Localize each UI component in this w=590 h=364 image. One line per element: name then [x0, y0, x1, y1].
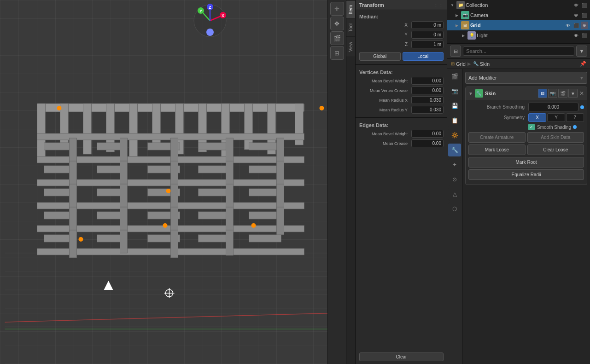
- symmetry-label: Symmetry: [468, 115, 528, 120]
- mean-radius-y-row: Mean Radius Y 0.030: [356, 105, 447, 115]
- light-restrict-icon[interactable]: ⬛: [581, 32, 588, 39]
- modifier-panel: Add Modifier ▼ ▼ 🔧 Skin 🖥 📷 🎬: [462, 69, 590, 364]
- equalize-radii-btn[interactable]: Equalize Radii: [468, 169, 584, 180]
- props-dropdown-btn[interactable]: ▼: [576, 46, 587, 57]
- grid-restrict-icon[interactable]: ⬛: [572, 22, 580, 29]
- mod-realtime-btn[interactable]: 🖥: [538, 89, 547, 98]
- tab-view[interactable]: View: [346, 37, 355, 57]
- mod-close-btn[interactable]: ✕: [579, 90, 584, 97]
- tab-tool[interactable]: Tool: [346, 18, 355, 36]
- camera-tool-btn[interactable]: 🎬: [330, 31, 344, 45]
- add-skin-data-btn[interactable]: Add Skin Data: [527, 132, 584, 143]
- grid-extra-icon[interactable]: ⊕: [581, 22, 588, 29]
- breadcrumb-sep: ▶: [467, 61, 471, 66]
- y-value[interactable]: 0 m: [411, 31, 444, 39]
- y-label: Y: [359, 32, 409, 37]
- cursor-tool-btn[interactable]: ✛: [330, 2, 344, 16]
- create-armature-btn[interactable]: Create Armature: [468, 132, 526, 143]
- props-toggle-btn[interactable]: ⊟: [450, 46, 461, 57]
- mean-bevel-weight2-label: Mean Bevel Weight: [359, 132, 409, 136]
- grid-visibility: 👁 ⬛ ⊕: [564, 22, 588, 29]
- eye-icon[interactable]: 👁: [572, 1, 580, 9]
- camera-eye-icon[interactable]: 👁: [572, 12, 580, 19]
- median-label: Median:: [356, 12, 447, 20]
- outliner-row-collection[interactable]: ▼ 📁 Collection 👁 ⬛: [447, 0, 590, 10]
- view-layer-btn[interactable]: 📋: [448, 114, 461, 127]
- x-value[interactable]: 0 m: [411, 21, 444, 29]
- mean-radius-y-value[interactable]: 0.030: [411, 106, 444, 114]
- add-modifier-btn[interactable]: Add Modifier ▼: [465, 72, 587, 84]
- modifier-btn[interactable]: 🔧: [448, 144, 461, 156]
- props-pin-btn[interactable]: 📌: [580, 61, 586, 67]
- scene2-btn[interactable]: 🔆: [448, 129, 461, 142]
- x-label: X: [359, 23, 409, 28]
- props-search-input[interactable]: [463, 46, 574, 56]
- add-modifier-label: Add Modifier: [468, 75, 497, 81]
- mod-expand-arrow[interactable]: ▼: [468, 91, 473, 96]
- z-value[interactable]: 1 m: [411, 40, 444, 48]
- branch-smoothing-value[interactable]: 0.000: [528, 103, 578, 111]
- light-expand[interactable]: ▶: [460, 32, 467, 39]
- outliner-row-light[interactable]: ▶ 💡 Light 👁 ⬛: [447, 30, 590, 40]
- move-tool-btn[interactable]: ✥: [330, 17, 344, 30]
- mean-crease-label: Mean Crease: [359, 141, 409, 146]
- mean-bevel-weight2-value[interactable]: 0.00: [411, 130, 444, 138]
- outliner-row-grid[interactable]: ▶ ⊞ Grid 👁 ⬛ ⊕: [447, 20, 590, 30]
- z-row: Z 1 m: [356, 40, 447, 49]
- outliner-row-camera[interactable]: ▶ 📷 Camera 👁 ⬛: [447, 10, 590, 20]
- y-row: Y 0 m: [356, 30, 447, 40]
- mod-down-btn[interactable]: ▼: [568, 89, 578, 98]
- breadcrumb-grid[interactable]: ⊞ Grid: [451, 61, 466, 67]
- object-data-btn[interactable]: △: [448, 188, 461, 201]
- smooth-dot: [573, 125, 577, 129]
- camera-expand[interactable]: ▶: [454, 12, 460, 18]
- branch-smoothing-row: Branch Smoothing 0.000: [468, 103, 584, 111]
- output-btn[interactable]: 💾: [448, 99, 461, 112]
- mod-camera-btn[interactable]: 🎬: [558, 89, 567, 98]
- global-btn[interactable]: Global: [359, 52, 401, 61]
- mean-vertex-crease-row: Mean Vertex Crease 0.00: [356, 86, 447, 95]
- mean-vertex-crease-value[interactable]: 0.00: [411, 87, 444, 94]
- sym-y-btn[interactable]: Y: [547, 113, 565, 122]
- mean-bevel-weight2-row: Mean Bevel Weight 0.00: [356, 129, 447, 139]
- grid-eye-icon[interactable]: 👁: [564, 22, 572, 29]
- material-btn[interactable]: ⬡: [448, 202, 461, 215]
- mean-radius-x-value[interactable]: 0.030: [411, 96, 444, 104]
- mean-vertex-crease-label: Mean Vertex Crease: [359, 88, 409, 93]
- clear-button[interactable]: Clear: [359, 352, 444, 361]
- restrict-icon[interactable]: ⬛: [581, 1, 588, 9]
- grid-expand[interactable]: ▶: [454, 22, 460, 29]
- mark-loose-btn[interactable]: Mark Loose: [468, 144, 526, 155]
- collection-name: Collection: [466, 2, 572, 8]
- skin-modifier: ▼ 🔧 Skin 🖥 📷 🎬 ▼ ✕: [465, 87, 587, 185]
- viewport-3d[interactable]: X Y Z ✛ ✥ 🎬 ⊞: [0, 0, 346, 364]
- mod-render-btn[interactable]: 📷: [548, 89, 557, 98]
- tab-item[interactable]: Item: [346, 0, 355, 18]
- collection-expand[interactable]: ▼: [449, 2, 456, 8]
- sym-z-btn[interactable]: Z: [566, 113, 584, 122]
- x-row: X 0 m: [356, 20, 447, 30]
- mod-skin-name: Skin: [485, 91, 536, 96]
- branch-smoothing-label: Branch Smoothing: [468, 104, 528, 110]
- coordinate-gizmo[interactable]: X Y Z: [192, 2, 228, 39]
- sym-x-btn[interactable]: X: [528, 113, 546, 122]
- scene-btn[interactable]: 🎬: [448, 70, 461, 83]
- symmetry-row: Symmetry X Y Z: [468, 113, 584, 122]
- local-btn[interactable]: Local: [403, 52, 444, 61]
- mean-radius-y-label: Mean Radius Y: [359, 108, 409, 112]
- light-icon: 💡: [467, 31, 476, 40]
- particles-btn[interactable]: ✦: [448, 158, 461, 171]
- smooth-shading-checkbox[interactable]: [528, 124, 535, 130]
- breadcrumb-skin[interactable]: 🔧 Skin: [473, 61, 490, 67]
- clear-loose-btn[interactable]: Clear Loose: [527, 144, 584, 155]
- physics-btn[interactable]: ⊙: [448, 173, 461, 186]
- mark-root-btn[interactable]: Mark Root: [468, 157, 584, 168]
- render-btn[interactable]: 📷: [448, 85, 461, 98]
- light-eye-icon[interactable]: 👁: [572, 32, 580, 39]
- camera-restrict-icon[interactable]: ⬛: [581, 12, 588, 19]
- mean-bevel-weight-value[interactable]: 0.00: [411, 77, 444, 85]
- item-panel-options[interactable]: ⋮⋮: [433, 2, 444, 8]
- mean-crease-value[interactable]: 0.00: [411, 139, 444, 147]
- grid-tool-btn[interactable]: ⊞: [330, 46, 344, 60]
- mod-actions: 🖥 📷 🎬 ▼ ✕: [538, 89, 584, 98]
